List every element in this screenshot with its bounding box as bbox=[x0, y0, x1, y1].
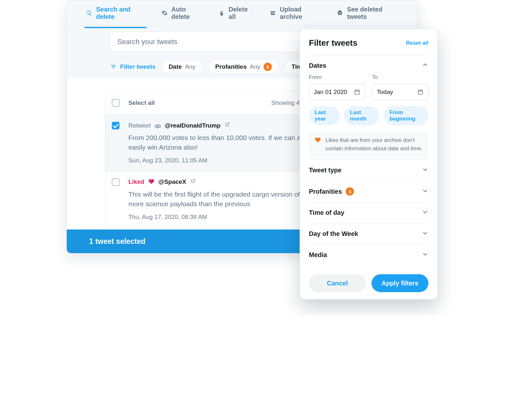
cancel-button[interactable]: Cancel bbox=[309, 274, 366, 292]
note-text: Likes that are from your archive don't c… bbox=[326, 136, 423, 152]
tweet-handle: @realDonaldTrump bbox=[165, 122, 221, 129]
section-dates-header[interactable]: Dates bbox=[309, 55, 428, 76]
to-label: To bbox=[372, 74, 428, 81]
reset-all-link[interactable]: Reset all bbox=[406, 40, 428, 46]
tab-upload-archive[interactable]: Upload archive bbox=[270, 6, 321, 20]
select-all-checkbox[interactable] bbox=[112, 99, 119, 107]
section-title: Day of the Week bbox=[309, 230, 358, 237]
chevron-up-icon bbox=[422, 62, 428, 70]
section-title: Media bbox=[309, 251, 327, 259]
chevron-down-icon bbox=[422, 209, 428, 217]
retweet-icon bbox=[155, 124, 161, 129]
archive-note: Likes that are from your archive don't c… bbox=[309, 131, 428, 158]
tweet-type-label: Liked bbox=[128, 178, 144, 185]
heart-broken-icon bbox=[315, 137, 321, 145]
tabs: Search and delete Auto delete Delete all… bbox=[67, 0, 418, 26]
filter-icon bbox=[110, 63, 117, 70]
selection-count: 1 tweet selected bbox=[89, 237, 145, 246]
search-icon bbox=[86, 10, 92, 17]
tab-label: Delete all bbox=[228, 6, 254, 20]
chip-profanities[interactable]: Profanities Any 3 bbox=[209, 60, 279, 74]
chip-value: Any bbox=[185, 63, 195, 70]
pill-from-beginning[interactable]: From beginning bbox=[384, 106, 428, 125]
tab-label: Search and delete bbox=[96, 6, 145, 20]
archive-icon bbox=[270, 10, 276, 17]
chevron-down-icon bbox=[422, 251, 428, 259]
tab-label: See deleted tweets bbox=[347, 6, 398, 20]
filter-label: Filter tweets bbox=[120, 63, 156, 70]
tweet-handle: @SpaceX bbox=[158, 178, 186, 185]
filter-tweets-button[interactable]: Filter tweets bbox=[110, 63, 156, 70]
section-title: Dates bbox=[309, 62, 326, 69]
section-day-of-week[interactable]: Day of the Week bbox=[309, 223, 428, 244]
section-media[interactable]: Media bbox=[309, 245, 428, 265]
chip-key: Date bbox=[169, 63, 182, 70]
select-all-label: Select all bbox=[128, 99, 155, 106]
heart-icon bbox=[148, 178, 155, 186]
pill-last-month[interactable]: Last month bbox=[344, 106, 379, 125]
filter-panel: Filter tweets Reset all Dates From Jan 0… bbox=[300, 29, 438, 299]
section-dates: Dates From Jan 01 2020 To Today bbox=[309, 55, 428, 158]
calendar-icon bbox=[417, 89, 424, 95]
profanities-count-badge: 3 bbox=[346, 187, 354, 196]
to-date-value: Today bbox=[377, 89, 393, 96]
from-date-value: Jan 01 2020 bbox=[314, 89, 347, 96]
external-link-icon[interactable] bbox=[190, 178, 196, 186]
tab-label: Upload archive bbox=[280, 6, 321, 20]
chevron-down-icon bbox=[422, 188, 428, 196]
chip-date[interactable]: Date Any bbox=[162, 60, 202, 73]
section-time-of-day[interactable]: Time of day bbox=[309, 202, 428, 223]
from-date-input[interactable]: Jan 01 2020 bbox=[309, 84, 365, 100]
calendar-icon bbox=[354, 89, 360, 95]
tab-search-delete[interactable]: Search and delete bbox=[86, 6, 145, 20]
from-label: From bbox=[309, 74, 365, 81]
chip-value: Any bbox=[250, 63, 260, 70]
tweet-checkbox[interactable] bbox=[112, 122, 119, 129]
tab-auto-delete[interactable]: Auto delete bbox=[161, 6, 203, 20]
pill-last-year[interactable]: Last year bbox=[309, 106, 340, 125]
section-title: Time of day bbox=[309, 209, 344, 216]
tweet-checkbox[interactable] bbox=[112, 178, 119, 186]
chip-key: Profanities bbox=[215, 63, 247, 70]
skull-icon bbox=[337, 10, 343, 17]
chip-count-badge: 3 bbox=[264, 63, 272, 71]
panel-title: Filter tweets bbox=[309, 38, 357, 48]
chevron-down-icon bbox=[422, 230, 428, 238]
section-title: Profanities bbox=[309, 188, 342, 195]
gear-icon bbox=[161, 10, 168, 17]
tab-delete-all[interactable]: Delete all bbox=[218, 6, 254, 20]
apply-filters-button[interactable]: Apply filters bbox=[372, 274, 428, 292]
section-profanities[interactable]: Profanities 3 bbox=[309, 181, 428, 202]
section-tweet-type[interactable]: Tweet type bbox=[309, 160, 428, 181]
section-title: Tweet type bbox=[309, 167, 341, 174]
external-link-icon[interactable] bbox=[224, 122, 230, 129]
chevron-down-icon bbox=[422, 166, 428, 174]
to-date-input[interactable]: Today bbox=[372, 84, 428, 100]
tab-label: Auto delete bbox=[171, 6, 203, 20]
tweet-type-label: Retweet bbox=[128, 122, 151, 129]
search-placeholder: Search your tweets bbox=[117, 38, 177, 46]
tab-see-deleted[interactable]: See deleted tweets bbox=[337, 6, 398, 20]
trash-icon bbox=[218, 10, 225, 17]
